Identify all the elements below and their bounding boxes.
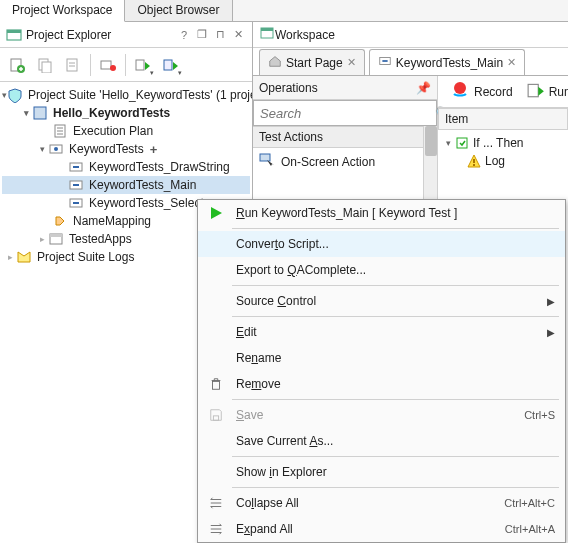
close-panel-button[interactable]: ✕ (230, 27, 246, 43)
close-tab-icon[interactable]: ✕ (507, 56, 516, 69)
tab-kwt-main[interactable]: KeywordTests_Main ✕ (369, 49, 525, 75)
suite-node[interactable]: ▾Project Suite 'Hello_KeywordTests' (1 p… (2, 86, 250, 104)
ctx-save: Save Ctrl+S (198, 402, 565, 428)
expand-icon (204, 520, 228, 538)
kwt-icon (378, 54, 392, 71)
ctx-save-as[interactable]: Save Current As... (198, 428, 565, 454)
svg-rect-27 (473, 159, 475, 163)
workspace-title: Workspace (275, 28, 335, 42)
submenu-arrow-icon: ▶ (547, 327, 555, 338)
project-explorer-title: Project Explorer (26, 28, 176, 42)
add-item-button[interactable] (4, 52, 30, 78)
svg-point-14 (54, 147, 58, 151)
svg-point-8 (110, 65, 116, 71)
ctx-rename[interactable]: Rename (198, 345, 565, 371)
svg-rect-9 (136, 60, 144, 70)
edit-item-button[interactable] (60, 52, 86, 78)
ctx-convert-to-script[interactable]: Converto Script... (198, 231, 565, 257)
workspace-icon (259, 25, 275, 44)
project-explorer-header: Project Explorer ? ❐ ⊓ ✕ (0, 22, 252, 48)
op-onscreen-action[interactable]: On-Screen Action (253, 148, 423, 175)
explorer-icon (6, 27, 22, 43)
execution-plan-node[interactable]: Execution Plan (2, 122, 250, 140)
record-button[interactable]: Record (446, 78, 517, 105)
restore-button[interactable]: ❐ (194, 27, 210, 43)
tab-object-browser[interactable]: Object Browser (125, 0, 232, 21)
ctx-collapse-all[interactable]: Collapse All Ctrl+Alt+C (198, 490, 565, 516)
record-icon (450, 80, 470, 103)
ctx-show-in-explorer[interactable]: Show in Explorer (198, 459, 565, 485)
kwt-main-node[interactable]: KeywordTests_Main (2, 176, 250, 194)
pin-button[interactable]: ⊓ (212, 27, 228, 43)
svg-rect-25 (528, 84, 538, 96)
record-button[interactable] (95, 52, 121, 78)
trash-icon (204, 375, 228, 393)
close-tab-icon[interactable]: ✕ (347, 56, 356, 69)
tab-start-page[interactable]: Start Page ✕ (259, 49, 365, 75)
ctx-run[interactable]: Run KeywordTests_Main [ Keyword Test ] (198, 200, 565, 226)
ctx-remove[interactable]: Remove (198, 371, 565, 397)
svg-rect-28 (473, 164, 475, 166)
save-icon (204, 406, 228, 424)
svg-rect-19 (50, 234, 62, 237)
search-input[interactable] (260, 106, 429, 121)
play-icon (204, 204, 228, 222)
pin-icon[interactable]: 📌 (416, 81, 431, 95)
ops-group-header[interactable]: Test Actions (253, 126, 423, 148)
run-project-button[interactable]: ▾ (158, 52, 184, 78)
tab-project-workspace[interactable]: Project Workspace (0, 0, 125, 22)
explorer-toolbar: ▾ ▾ (0, 48, 252, 82)
log-node[interactable]: Log (442, 152, 564, 170)
if-then-node[interactable]: ▾If ... Then (442, 134, 564, 152)
home-icon (268, 54, 282, 71)
run-suite-button[interactable]: ▾ (130, 52, 156, 78)
ctx-export-qacomplete[interactable]: Export to QAComplete... (198, 257, 565, 283)
workspace-header: Workspace (253, 22, 568, 48)
clone-button[interactable] (32, 52, 58, 78)
run-icon (527, 81, 545, 102)
keywordtests-node[interactable]: ▾KeywordTests+ (2, 140, 250, 158)
svg-rect-30 (213, 416, 218, 420)
svg-rect-10 (164, 60, 172, 70)
svg-rect-26 (457, 138, 467, 148)
svg-rect-1 (7, 30, 21, 33)
submenu-arrow-icon: ▶ (547, 296, 555, 307)
project-node[interactable]: ▾Hello_KeywordTests (2, 104, 250, 122)
ctx-edit[interactable]: Edit▶ (198, 319, 565, 345)
item-column-header[interactable]: Item (438, 108, 568, 130)
kwt-drawstring-node[interactable]: KeywordTests_DrawString (2, 158, 250, 176)
context-menu: Run KeywordTests_Main [ Keyword Test ] C… (197, 199, 566, 543)
svg-rect-5 (42, 62, 51, 73)
ctx-expand-all[interactable]: Expand All Ctrl+Alt+A (198, 516, 565, 542)
svg-rect-6 (67, 59, 77, 71)
operations-header: Operations 📌 (253, 76, 437, 100)
run-button[interactable]: Run (523, 79, 568, 104)
svg-rect-23 (260, 154, 270, 161)
cursor-icon (259, 152, 275, 171)
svg-rect-29 (213, 381, 220, 389)
svg-rect-11 (34, 107, 46, 119)
collapse-icon (204, 494, 228, 512)
svg-point-24 (454, 82, 466, 94)
ctx-source-control[interactable]: Source Control▶ (198, 288, 565, 314)
svg-rect-21 (261, 28, 273, 31)
help-button[interactable]: ? (176, 27, 192, 43)
add-kwt-icon[interactable]: + (150, 142, 158, 157)
operations-search[interactable]: 🔍 (253, 100, 437, 126)
svg-rect-7 (101, 61, 111, 69)
